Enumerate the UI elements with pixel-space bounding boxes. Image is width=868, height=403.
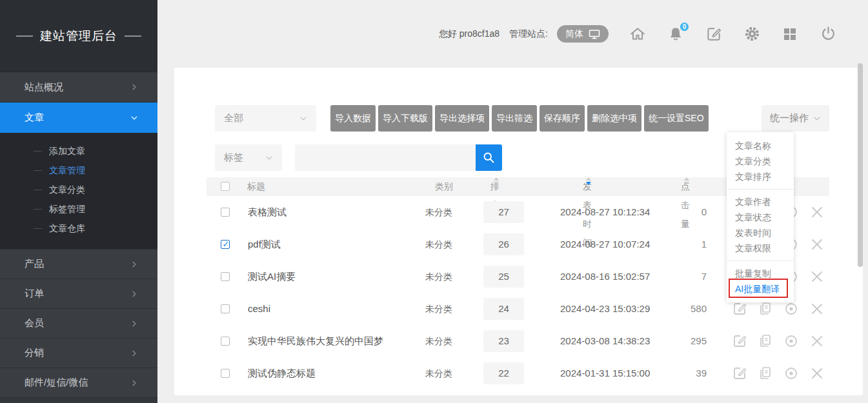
sidebar-subitem-article-category[interactable]: 文章分类 xyxy=(0,180,157,199)
delete-icon[interactable] xyxy=(809,366,825,381)
delete-icon[interactable] xyxy=(809,204,825,220)
row-checkbox[interactable] xyxy=(221,272,230,281)
search-icon xyxy=(482,151,496,164)
compose-button[interactable] xyxy=(705,26,722,43)
export-filtered-button[interactable]: 导出筛选 xyxy=(492,105,537,132)
chevron-down-icon xyxy=(130,114,138,122)
monitor-icon xyxy=(589,29,600,39)
category-filter-value: 全部 xyxy=(224,112,243,124)
title-dash-right xyxy=(125,35,141,37)
menu-item-article-permission[interactable]: 文章权限 xyxy=(727,241,794,256)
sidebar-item-article[interactable]: 文章 xyxy=(0,103,157,133)
row-checkbox[interactable] xyxy=(221,304,230,313)
settings-button[interactable] xyxy=(743,26,760,43)
row-order-value[interactable]: 23 xyxy=(483,330,524,352)
row-title: pdf测试 xyxy=(248,228,281,260)
edit-icon[interactable] xyxy=(732,333,747,349)
row-order-value[interactable]: 22 xyxy=(483,362,524,384)
search-row: 标签 xyxy=(215,144,502,171)
sidebar-subitem-article-repo[interactable]: 文章仓库 xyxy=(0,219,157,238)
row-checkbox[interactable] xyxy=(221,240,230,249)
copy-icon[interactable] xyxy=(758,366,773,381)
sidebar-subitem-add-article[interactable]: 添加文章 xyxy=(0,141,157,161)
menu-item-article-order[interactable]: 文章排序 xyxy=(727,169,794,184)
greeting-text: 您好 pro8cf1a8 xyxy=(439,28,500,40)
menu-divider xyxy=(727,189,794,190)
sidebar-item-product[interactable]: 产品 xyxy=(0,250,157,279)
topbar-icons: 0 xyxy=(629,26,836,43)
row-checkbox[interactable] xyxy=(221,369,230,378)
vertical-scrollbar-thumb[interactable] xyxy=(858,63,863,267)
notifications-button[interactable]: 0 xyxy=(667,26,684,43)
view-icon[interactable] xyxy=(783,333,799,349)
sidebar-item-order[interactable]: 订单 xyxy=(0,279,157,309)
sidebar-item-mail-sms-wechat[interactable]: 邮件/短信/微信 xyxy=(0,368,157,398)
sidebar-item-distribution[interactable]: 分销 xyxy=(0,339,157,368)
menu-item-batch-copy[interactable]: 批量复制 xyxy=(727,266,794,281)
category-filter-select[interactable]: 全部 xyxy=(215,105,316,132)
seo-settings-button[interactable]: 统一设置SEO xyxy=(644,105,709,132)
menu-item-publish-time[interactable]: 发表时间 xyxy=(727,225,794,241)
delete-selected-button[interactable]: 删除选中项 xyxy=(587,105,641,132)
row-publish-date: 2024-04-23 15:03:29 xyxy=(560,293,650,325)
menu-item-article-category[interactable]: 文章分类 xyxy=(727,153,794,169)
unified-action-dropdown-button[interactable]: 统一操作 xyxy=(762,105,829,132)
row-publish-date: 2024-08-16 15:02:57 xyxy=(560,260,650,293)
sidebar-item-label: 文章 xyxy=(25,112,44,124)
copy-icon[interactable] xyxy=(758,333,773,349)
sidebar-item-overview[interactable]: 站点概况 xyxy=(0,72,157,103)
delete-icon[interactable] xyxy=(809,301,825,317)
row-order-value[interactable]: 25 xyxy=(483,266,524,288)
import-download-button[interactable]: 导入下载版 xyxy=(378,105,432,132)
home-button[interactable] xyxy=(629,26,646,43)
unified-action-label: 统一操作 xyxy=(770,112,809,124)
delete-icon[interactable] xyxy=(809,333,825,349)
tag-filter-select[interactable]: 标签 xyxy=(215,144,282,171)
edit-icon[interactable] xyxy=(732,366,747,381)
search-button[interactable] xyxy=(476,144,502,171)
menu-item-article-author[interactable]: 文章作者 xyxy=(727,194,794,210)
row-order-value[interactable]: 24 xyxy=(483,298,524,320)
delete-icon[interactable] xyxy=(809,237,825,252)
delete-icon[interactable] xyxy=(809,269,825,284)
copy-icon[interactable] xyxy=(758,301,773,317)
chevron-right-icon xyxy=(130,83,138,91)
menu-item-ai-batch-translate[interactable]: AI批量翻译 xyxy=(727,281,794,297)
view-icon[interactable] xyxy=(783,301,799,317)
sidebar-item-label: 会员 xyxy=(25,317,44,329)
menu-divider xyxy=(727,260,794,261)
row-category: 未分类 xyxy=(425,228,452,260)
apps-button[interactable] xyxy=(782,26,798,43)
sidebar-subitem-article-manage[interactable]: 文章管理 xyxy=(0,161,157,180)
sidebar-item-member[interactable]: 会员 xyxy=(0,309,157,339)
edit-icon[interactable] xyxy=(732,301,747,317)
chevron-down-icon xyxy=(265,154,273,162)
row-checkbox[interactable] xyxy=(221,208,230,217)
menu-item-article-name[interactable]: 文章名称 xyxy=(727,138,794,153)
table-row: 实现中华民族伟大复兴的中国梦 未分类 23 2024-03-08 14:38:2… xyxy=(207,325,829,357)
export-selected-button[interactable]: 导出选择项 xyxy=(435,105,489,132)
menu-item-article-status[interactable]: 文章状态 xyxy=(727,210,794,225)
sidebar-item-label: 订单 xyxy=(25,288,44,300)
row-click-count: 7 xyxy=(645,260,707,293)
sidebar-subitem-tag-manage[interactable]: 标签管理 xyxy=(0,199,157,219)
unified-action-menu: 文章名称 文章分类 文章排序 文章作者 文章状态 发表时间 文章权限 批量复制 … xyxy=(727,132,794,302)
row-order-value[interactable]: 26 xyxy=(483,233,524,255)
import-data-button[interactable]: 导入数据 xyxy=(330,105,376,132)
power-icon xyxy=(820,26,836,42)
row-click-count: 39 xyxy=(645,357,707,389)
row-publish-date: 2024-03-08 14:38:23 xyxy=(560,325,650,357)
row-title: 表格测试 xyxy=(248,196,287,228)
select-all-checkbox[interactable] xyxy=(221,182,230,191)
row-category: 未分类 xyxy=(425,196,452,228)
language-pill[interactable]: 简体 xyxy=(557,25,609,43)
chevron-right-icon xyxy=(130,379,138,387)
logout-button[interactable] xyxy=(820,26,836,43)
row-checkbox[interactable] xyxy=(221,337,230,346)
view-icon[interactable] xyxy=(783,366,799,381)
save-order-button[interactable]: 保存顺序 xyxy=(540,105,585,132)
sidebar: 建站管理后台 站点概况 文章 添加文章 文章管理 文章分类 标签管理 文章仓库 … xyxy=(0,0,157,403)
search-input[interactable] xyxy=(295,144,476,171)
app-title: 建站管理后台 xyxy=(16,28,141,44)
row-order-value[interactable]: 27 xyxy=(483,201,524,223)
